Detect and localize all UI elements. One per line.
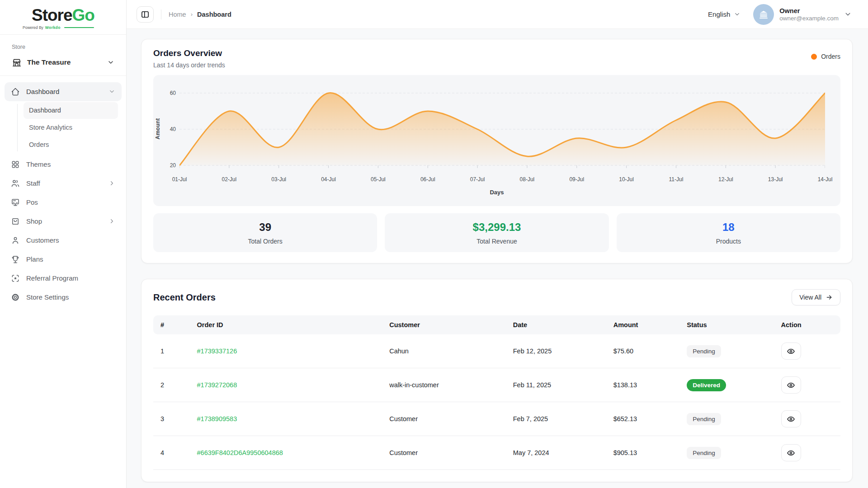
chart-legend[interactable]: Orders	[811, 53, 840, 60]
sidebar-item-staff[interactable]: Staff	[5, 174, 122, 193]
eye-icon	[787, 449, 795, 457]
x-tick-label: 14-Jul	[818, 176, 833, 183]
orders-area-chart: Amount 204060 01	[153, 75, 840, 206]
shopping-bag-icon	[11, 217, 20, 226]
breadcrumb-home-link[interactable]: Home	[169, 11, 186, 18]
x-tick-label: 02-Jul	[222, 176, 237, 183]
sidebar-item-plans[interactable]: Plans	[5, 250, 122, 269]
chevron-down-icon	[734, 11, 741, 18]
cell-customer: Customer	[382, 436, 506, 470]
brand-logo-text: StoreGo	[11, 6, 115, 25]
cell-customer: Cahun	[382, 334, 506, 368]
x-tick-label: 07-Jul	[470, 176, 485, 183]
table-row: 2 #1739272068 walk-in-customer Feb 11, 2…	[153, 368, 840, 402]
view-all-button[interactable]: View All	[792, 289, 840, 305]
sidebar-item-pos[interactable]: Pos	[5, 193, 122, 212]
table-row: 4 #6639F8402D6A9950604868 Customer May 7…	[153, 436, 840, 470]
chevron-right-icon	[108, 218, 115, 225]
order-id-link[interactable]: #1739272068	[197, 381, 237, 389]
cell-date: May 7, 2024	[506, 436, 606, 470]
status-badge: Delivered	[687, 379, 726, 391]
avatar	[753, 4, 774, 25]
powered-by-label: Powered By	[23, 25, 43, 30]
stat-label: Total Orders	[248, 238, 283, 245]
topbar: Home › Dashboard English	[127, 0, 868, 29]
stat-total-revenue: $3,299.13 Total Revenue	[385, 213, 609, 252]
x-tick-label: 03-Jul	[271, 176, 286, 183]
sidebar-item-shop[interactable]: Shop	[5, 212, 122, 231]
cell-amount: $75.60	[606, 334, 680, 368]
x-tick-label: 05-Jul	[371, 176, 386, 183]
store-selector[interactable]: The Treasure	[0, 55, 126, 76]
sidebar-item-referral-program[interactable]: Referral Program	[5, 269, 122, 288]
sidebar-subitem-orders[interactable]: Orders	[24, 136, 118, 153]
column-header-action: Action	[774, 315, 840, 334]
sidebar-item-dashboard[interactable]: Dashboard	[5, 82, 122, 101]
panel-left-icon	[141, 10, 150, 19]
sidebar-item-store-settings[interactable]: Store Settings	[5, 288, 122, 307]
cell-amount: $652.13	[606, 402, 680, 436]
language-dropdown[interactable]: English	[708, 10, 741, 18]
legend-dot-icon	[811, 54, 817, 60]
store-name: The Treasure	[27, 58, 102, 66]
referral-icon	[11, 274, 20, 283]
stat-value: 18	[722, 221, 735, 234]
table-header: # Order ID Customer Date Amount Status A…	[153, 315, 840, 334]
x-tick-label: 09-Jul	[569, 176, 584, 183]
view-order-button[interactable]	[781, 444, 801, 461]
column-header-index: #	[153, 315, 190, 334]
order-id-link[interactable]: #6639F8402D6A9950604868	[197, 449, 283, 456]
y-tick-label: 40	[160, 126, 176, 132]
brand-logo[interactable]: StoreGo Powered By Workdo	[0, 0, 126, 35]
view-order-button[interactable]	[781, 410, 801, 427]
cell-date: Feb 12, 2025	[506, 334, 606, 368]
page-title: Orders Overview	[153, 48, 225, 58]
brand-name-dark: Store	[32, 6, 72, 24]
sidebar-subitem-dashboard[interactable]: Dashboard	[24, 102, 118, 119]
sidebar-item-label: Dashboard	[26, 88, 102, 95]
chevron-down-icon	[844, 10, 852, 18]
recent-orders-table: # Order ID Customer Date Amount Status A…	[153, 315, 840, 470]
sidebar-item-customers[interactable]: Customers	[5, 231, 122, 250]
breadcrumb-separator-icon: ›	[191, 11, 193, 18]
stat-products: 18 Products	[617, 213, 840, 252]
eye-icon	[787, 415, 795, 423]
cell-customer: walk-in-customer	[382, 368, 506, 402]
view-order-button[interactable]	[781, 343, 801, 360]
sidebar-item-themes[interactable]: Themes	[5, 155, 122, 174]
brand-name-green: Go	[72, 6, 94, 24]
storefront-icon	[12, 57, 22, 67]
sidebar-item-label: Pos	[26, 198, 115, 206]
subitem-label: Dashboard	[29, 107, 61, 114]
stats-row: 39 Total Orders $3,299.13 Total Revenue …	[153, 213, 840, 252]
view-order-button[interactable]	[781, 376, 801, 394]
order-id-link[interactable]: #1739337126	[197, 347, 237, 355]
x-tick-label: 13-Jul	[768, 176, 783, 183]
user-icon	[11, 236, 20, 245]
sidebar-item-label: Shop	[26, 217, 102, 225]
sidebar: StoreGo Powered By Workdo Store The Trea…	[0, 0, 127, 488]
cell-customer: Customer	[382, 402, 506, 436]
cell-index: 1	[153, 334, 190, 368]
column-header-order-id: Order ID	[190, 315, 382, 334]
recent-orders-header: Recent Orders View All	[153, 289, 840, 305]
sidebar-collapse-button[interactable]	[137, 6, 154, 23]
status-badge: Pending	[687, 447, 721, 459]
column-header-status: Status	[679, 315, 774, 334]
powered-by: Powered By Workdo	[11, 25, 115, 30]
stat-value: 39	[259, 221, 271, 234]
cell-index: 2	[153, 368, 190, 402]
sidebar-subitem-store-analytics[interactable]: Store Analytics	[24, 119, 118, 136]
user-menu[interactable]: Owner owner@example.com	[753, 4, 852, 25]
sidebar-section-label: Store	[0, 35, 126, 55]
grid-icon	[11, 160, 20, 169]
sidebar-item-label: Plans	[26, 255, 115, 263]
chevron-down-icon	[107, 59, 114, 66]
chart-x-axis-title: Days	[490, 189, 504, 196]
sidebar-item-label: Themes	[26, 160, 115, 168]
column-header-date: Date	[506, 315, 606, 334]
order-id-link[interactable]: #1738909583	[197, 415, 237, 422]
user-name: Owner	[779, 7, 839, 14]
powered-by-brand: Workdo	[45, 25, 61, 30]
x-tick-label: 12-Jul	[718, 176, 733, 183]
